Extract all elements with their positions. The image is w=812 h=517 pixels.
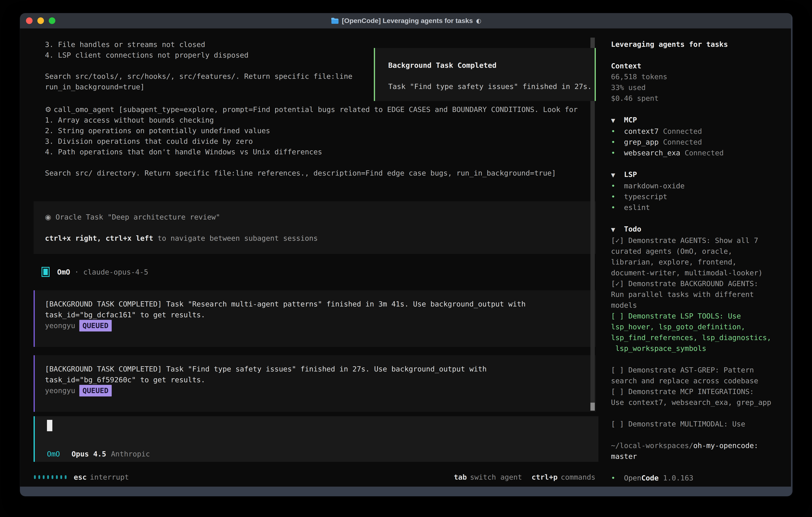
- sidebar-lsp-item-text: markdown-oxide: [624, 181, 685, 191]
- sidebar-lsp-item: •markdown-oxide: [611, 181, 792, 191]
- sidebar-blank-row: [611, 354, 792, 365]
- window-title: [OpenCode] Leveraging agents for tasks ◐: [331, 17, 481, 25]
- spinner-dot: [60, 475, 62, 479]
- chevron-down-icon: ▼: [611, 172, 615, 178]
- chevron-down-icon: ▼: [611, 224, 624, 235]
- terminal-line: 2. String operations on potentially unde…: [45, 125, 578, 136]
- mcp-server-name: grep_app: [624, 138, 659, 146]
- terminal-line: 3. Division operations that could divide…: [45, 136, 578, 146]
- chevron-down-icon: ▼: [611, 169, 624, 181]
- sidebar-lsp-item: •eslint: [611, 202, 792, 213]
- sidebar-lsp-item: •typescript: [611, 191, 792, 202]
- task-line-1: [BACKGROUND TASK COMPLETED] Task "Find t…: [45, 364, 596, 375]
- sidebar-context-line-2-text: $0.46 spent: [611, 93, 659, 104]
- todo-item-text: [✓] Demonstrate AGENTS: Show all 7 curat…: [611, 235, 763, 278]
- workspace-repo-name: oh-my-opencode:: [693, 441, 758, 450]
- ctrlp-key-hint: ctrl+p: [532, 473, 558, 481]
- chevron-down-icon: ▼: [611, 114, 624, 126]
- terminal-line: run_in_background=true]: [45, 82, 352, 92]
- toast-message: Task "Find type safety issues" finished …: [388, 81, 594, 92]
- bullet-icon: •: [611, 147, 624, 158]
- sidebar-section-todo-text: Todo: [624, 224, 641, 235]
- agent-header: OmO · claude-opus-4-5: [41, 266, 148, 277]
- todo-heading: Todo: [624, 225, 641, 233]
- todo-item: [✓] Demonstrate BACKGROUND AGENTS: Run p…: [611, 278, 792, 311]
- terminal-line: 4. LSP client connections not properly d…: [45, 50, 352, 60]
- terminal-line: ⚙ call_omo_agent [subagent_type=explore,…: [45, 104, 578, 115]
- spinner-dot: [56, 475, 58, 479]
- sidebar-context-line-1: 33% used: [611, 82, 792, 93]
- sidebar-blank-row: [611, 213, 792, 224]
- sidebar-footer: •OpenCode1.0.163: [611, 472, 792, 483]
- text-cursor: [47, 420, 52, 431]
- sidebar-context-line-1-text: 33% used: [611, 82, 645, 93]
- oracle-task-hint: ctrl+x right, ctrl+x left to navigate be…: [45, 233, 596, 244]
- traffic-lights: [26, 13, 55, 28]
- sidebar-mcp-item: •grep_appConnected: [611, 137, 792, 147]
- terminal-line: 4. Path operations that don't handle Win…: [45, 146, 578, 157]
- separator-dot: ·: [75, 268, 79, 276]
- background-task-block: [BACKGROUND TASK COMPLETED] Task "Resear…: [34, 290, 596, 347]
- sidebar-blank-row: [611, 104, 792, 114]
- sidebar-footer-text: OpenCode1.0.163: [624, 472, 693, 483]
- sidebar-mcp-item-text: websearch_exaConnected: [624, 147, 724, 158]
- mcp-server-status: Connected: [663, 138, 702, 146]
- desktop-background: [OpenCode] Leveraging agents for tasks ◐…: [0, 0, 812, 517]
- model-provider-label: Anthropic: [111, 450, 150, 458]
- task-line-2: task_id="bg_dcfac161" to get results.: [45, 309, 596, 320]
- background-task-toast[interactable]: Background Task Completed Task "Find typ…: [374, 48, 596, 101]
- sidebar-lsp-item-text: typescript: [624, 191, 667, 202]
- app-name-bold: Code: [641, 474, 659, 482]
- esc-key-hint: esc: [74, 473, 87, 481]
- todo-item: [ ] Demonstrate LSP TOOLS: Use lsp_hover…: [611, 311, 792, 354]
- lsp-server-name: typescript: [624, 193, 667, 201]
- terminal-line: Search src/ directory. Return specific f…: [45, 168, 578, 178]
- mcp-server-status: Connected: [685, 149, 724, 157]
- close-window-button[interactable]: [26, 18, 33, 24]
- sidebar-context-heading-text: Context: [611, 61, 641, 71]
- agent-avatar-icon: [41, 267, 50, 277]
- terminal-line: [45, 60, 352, 71]
- window-right-edge: [791, 13, 792, 496]
- bullet-icon: •: [611, 181, 624, 191]
- status-badge: QUEUED: [79, 320, 112, 331]
- task-user: yeongyu: [45, 320, 75, 331]
- window-titlebar: [OpenCode] Leveraging agents for tasks ◐: [20, 13, 792, 29]
- bullet-icon: •: [611, 149, 615, 157]
- mcp-server-status: Connected: [663, 127, 702, 135]
- sidebar-section-lsp: ▼LSP: [611, 169, 792, 181]
- chat-scrollbar-thumb[interactable]: [590, 403, 595, 411]
- mcp-server-name: websearch_exa: [624, 149, 680, 157]
- spinner-dot: [43, 475, 45, 479]
- model-name-label: Opus 4.5: [71, 450, 106, 458]
- status-badge: QUEUED: [79, 385, 112, 397]
- bullet-icon: •: [611, 193, 615, 201]
- sidebar-context-line-0: 66,518 tokens: [611, 71, 792, 82]
- terminal-window: [OpenCode] Leveraging agents for tasks ◐…: [20, 13, 792, 496]
- sidebar-mcp-item-text: context7Connected: [624, 126, 702, 137]
- minimize-window-button[interactable]: [37, 18, 44, 24]
- app-version: 1.0.163: [663, 474, 693, 482]
- terminal-line: [45, 157, 578, 168]
- session-sidebar: Leveraging agents for tasksContext66,518…: [611, 39, 792, 483]
- sidebar-session-title-text: Leveraging agents for tasks: [611, 39, 728, 50]
- terminal-line: 3. File handles or streams not closed: [45, 39, 352, 50]
- agent-name: OmO: [57, 268, 70, 276]
- todo-item: [✓] Demonstrate AGENTS: Show all 7 curat…: [611, 235, 792, 278]
- zoom-window-button[interactable]: [49, 18, 55, 24]
- chat-scrollbar-cap: [590, 37, 595, 49]
- lsp-server-name: markdown-oxide: [624, 182, 685, 190]
- todo-item-text: [✓] Demonstrate BACKGROUND AGENTS: Run p…: [611, 278, 758, 311]
- todo-item-text: [ ] Demonstrate MULTIMODAL: Use: [611, 419, 745, 430]
- mcp-heading: MCP: [624, 116, 637, 124]
- task-line-2: task_id="bg_6f59260c" to get results.: [45, 375, 596, 385]
- lsp-server-name: eslint: [624, 203, 650, 212]
- bullet-icon: •: [611, 474, 615, 482]
- spinner-dot: [47, 475, 49, 479]
- todo-item-text: [ ] Demonstrate AST-GREP: Pattern search…: [611, 365, 758, 386]
- sidebar-context-line-0-text: 66,518 tokens: [611, 71, 667, 82]
- prompt-input[interactable]: OmO Opus 4.5 Anthropic: [34, 416, 599, 462]
- sidebar-section-mcp: ▼MCP: [611, 114, 792, 126]
- todo-item: [ ] Demonstrate AST-GREP: Pattern search…: [611, 365, 792, 386]
- spinner-dot: [52, 475, 53, 479]
